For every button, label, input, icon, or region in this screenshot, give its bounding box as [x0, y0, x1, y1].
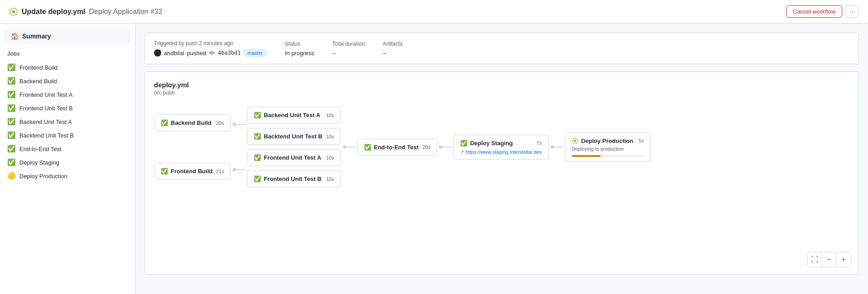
- job-name: Deploy Staging: [470, 140, 513, 147]
- job-card-frontend-unit-test-b[interactable]: ✅ Frontend Unit Test B 10s: [247, 171, 341, 187]
- sidebar-item-label: End-to-End Test: [19, 146, 61, 152]
- svg-point-1: [12, 10, 15, 13]
- success-icon: ✅: [254, 133, 261, 140]
- page-subtitle: Deploy Application #32: [89, 8, 163, 16]
- progress-bar-container: [572, 155, 644, 157]
- sidebar: 🏠 Summary Jobs ✅ Frontend Build ✅ Backen…: [0, 24, 135, 294]
- trigger-action: pushed: [187, 50, 206, 57]
- branch-tag[interactable]: master: [243, 49, 267, 57]
- success-icon: ✅: [161, 168, 168, 175]
- diagram-container: deploy.yml on: push ✅ Backend Build 20s: [145, 71, 859, 275]
- trigger-user: ahdbilal: [164, 50, 184, 57]
- job-card-frontend-build[interactable]: ✅ Frontend Build 21s: [154, 163, 231, 180]
- job-duration: 21s: [216, 169, 224, 174]
- commit-icon: [209, 50, 215, 56]
- job-card-deploy-production[interactable]: Deploy Production 5s Deploying to produc…: [565, 133, 651, 162]
- sidebar-item-frontend-unit-test-a[interactable]: ✅ Frontend Unit Test A: [0, 88, 135, 101]
- main-content: Triggered by push 2 minutes ago ahdbilal…: [135, 24, 868, 294]
- success-icon: ✅: [254, 154, 261, 161]
- deploying-text: Deploying to production: [572, 146, 644, 152]
- col-unit-tests: ✅ Backend Unit Test A 10s ✅ Backtend Uni…: [247, 107, 341, 187]
- col-deploy-staging: ✅ Deploy Staging 7s ↗ https://www.stagin…: [453, 135, 549, 160]
- job-card-backend-build[interactable]: ✅ Backend Build 20s: [154, 114, 231, 131]
- job-card-frontend-unit-test-a[interactable]: ✅ Frontend Unit Test A 10s: [247, 149, 341, 166]
- job-duration: 20s: [216, 120, 224, 126]
- job-duration: 5s: [639, 138, 644, 143]
- cancel-workflow-button[interactable]: Cancel workflow: [786, 5, 843, 18]
- summary-label: Summary: [22, 33, 51, 40]
- connector-1: [231, 123, 247, 171]
- sidebar-item-e2e-test[interactable]: ✅ End-to-End Test: [0, 142, 135, 156]
- sidebar-item-label: Deploy Production: [19, 173, 67, 180]
- svg-point-6: [574, 140, 576, 142]
- success-icon: ✅: [254, 175, 261, 182]
- page-title: Update deploy.yml: [22, 8, 85, 16]
- col-builds: ✅ Backend Build 20s ✅ Frontend Build: [154, 114, 231, 180]
- user-avatar: [154, 49, 161, 57]
- col-e2e: ✅ End-to-End Test 20s: [357, 139, 437, 156]
- sidebar-item-deploy-production[interactable]: 🟡 Deploy Production: [0, 169, 135, 183]
- sidebar-item-label: Frontend Unit Test A: [19, 91, 73, 98]
- status-label: Status: [285, 41, 314, 47]
- sidebar-item-frontend-build[interactable]: ✅ Frontend Build: [0, 61, 135, 74]
- success-icon: ✅: [254, 112, 261, 119]
- job-duration: 10s: [326, 155, 334, 161]
- duration-label: Total duration: [332, 41, 365, 47]
- connector-2: [341, 145, 357, 149]
- job-card-backend-unit-test-b[interactable]: ✅ Backtend Unit Test B 10s: [247, 128, 341, 145]
- more-options-button[interactable]: ···: [846, 5, 859, 18]
- sidebar-item-frontend-unit-test-b[interactable]: ✅ Frontend Unit Test B: [0, 101, 135, 115]
- job-name: Frontend Build: [171, 168, 212, 175]
- zoom-in-button[interactable]: +: [836, 252, 851, 267]
- sidebar-item-backend-unit-test-a[interactable]: ✅ Backend Unit Test A: [0, 115, 135, 128]
- trigger-label: Triggered by push 2 minutes ago: [154, 40, 267, 47]
- success-icon: ✅: [7, 158, 16, 166]
- sidebar-item-backtend-unit-test-b[interactable]: ✅ Backtend Unit Test B: [0, 128, 135, 142]
- job-name: Backend Unit Test A: [264, 112, 320, 119]
- col-deploy-production: Deploy Production 5s Deploying to produc…: [565, 133, 651, 162]
- status-value: In progress: [285, 50, 314, 57]
- job-name: Backend Build: [171, 119, 211, 126]
- success-icon: ✅: [364, 144, 371, 151]
- artifacts-value: –: [383, 50, 402, 57]
- sidebar-item-deploy-staging[interactable]: ✅ Deploy Staging: [0, 156, 135, 169]
- sidebar-item-label: Backend Unit Test A: [19, 119, 72, 125]
- workflow-graph: ✅ Backend Build 20s ✅ Frontend Build: [154, 107, 849, 205]
- staging-link[interactable]: https://www.staging.interstellar.dev: [466, 149, 542, 155]
- success-icon: ✅: [7, 131, 16, 139]
- fullscreen-button[interactable]: ⛶: [807, 252, 822, 267]
- success-icon: ✅: [7, 90, 16, 99]
- job-duration: 20s: [422, 144, 430, 150]
- artifacts-section: Artifacts –: [383, 41, 402, 57]
- zoom-controls: ⛶ − +: [807, 252, 851, 267]
- sidebar-item-summary[interactable]: 🏠 Summary: [4, 29, 131, 43]
- trigger-section: Triggered by push 2 minutes ago ahdbilal…: [154, 40, 267, 57]
- job-card-deploy-staging[interactable]: ✅ Deploy Staging 7s ↗ https://www.stagin…: [453, 135, 549, 160]
- success-icon: ✅: [7, 104, 16, 112]
- in-progress-icon: [572, 138, 579, 144]
- job-name: Deploy Production: [581, 138, 634, 144]
- status-section: Status In progress: [285, 41, 314, 57]
- sidebar-item-label: Backtend Unit Test B: [19, 132, 74, 139]
- header: Update deploy.yml Deploy Application #32…: [0, 0, 868, 24]
- layout: 🏠 Summary Jobs ✅ Frontend Build ✅ Backen…: [0, 24, 868, 294]
- sidebar-item-label: Deploy Staging: [19, 159, 59, 166]
- trigger-bar: Triggered by push 2 minutes ago ahdbilal…: [145, 33, 859, 64]
- sidebar-item-label: Frontend Unit Test B: [19, 105, 73, 112]
- connector-3: [437, 145, 453, 149]
- external-link-icon: ↗: [460, 149, 464, 154]
- sidebar-item-label: Backend Build: [19, 78, 57, 85]
- jobs-label: Jobs: [0, 49, 135, 59]
- svg-point-2: [211, 52, 213, 54]
- job-duration: 10s: [326, 176, 334, 182]
- sidebar-item-label: Frontend Build: [19, 64, 58, 71]
- header-left: Update deploy.yml Deploy Application #32: [9, 7, 163, 16]
- job-card-backend-unit-test-a[interactable]: ✅ Backend Unit Test A 10s: [247, 107, 341, 123]
- diagram-subtitle: on: push: [154, 90, 849, 96]
- job-card-e2e[interactable]: ✅ End-to-End Test 20s: [357, 139, 437, 156]
- header-right: Cancel workflow ···: [786, 5, 859, 18]
- job-name: Frontend Unit Test A: [264, 154, 321, 161]
- zoom-out-button[interactable]: −: [822, 252, 836, 267]
- job-name: End-to-End Test: [374, 144, 419, 151]
- sidebar-item-backend-build[interactable]: ✅ Backend Build: [0, 74, 135, 88]
